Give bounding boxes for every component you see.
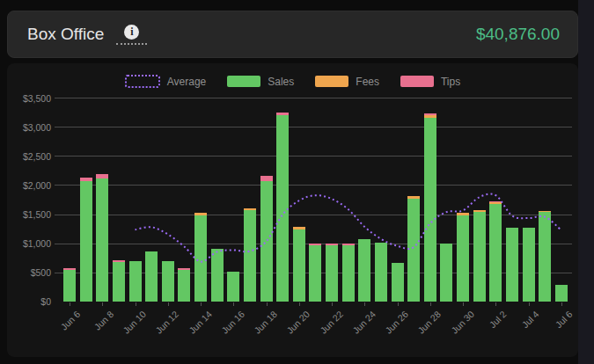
bar-segment-sales xyxy=(358,239,370,302)
y-axis-label: $0 xyxy=(11,296,51,307)
bar-jun-30[interactable] xyxy=(457,213,469,302)
page-title: Box Office xyxy=(27,25,104,44)
bar-jun-25[interactable] xyxy=(375,243,387,302)
bar-segment-sales xyxy=(523,228,535,302)
y-axis-label: $2,000 xyxy=(11,180,51,191)
bar-jun-18[interactable] xyxy=(260,176,273,302)
bar-segment-sales xyxy=(211,249,224,302)
bar-segment-sales xyxy=(407,199,420,302)
bar-jun-10[interactable] xyxy=(129,261,142,302)
x-axis-tick xyxy=(267,302,268,306)
page-right-gutter xyxy=(578,0,594,364)
bar-jun-6[interactable] xyxy=(63,268,76,302)
bar-jun-13[interactable] xyxy=(178,268,190,302)
x-axis-tick xyxy=(430,302,431,306)
bar-jun-20[interactable] xyxy=(293,227,305,302)
bar-jun-23[interactable] xyxy=(342,244,355,302)
bar-jun-21[interactable] xyxy=(309,244,321,302)
bar-segment-sales xyxy=(424,118,436,302)
bar-segment-sales xyxy=(129,261,142,302)
x-axis-tick xyxy=(529,302,530,306)
x-axis-label: Jun 12 xyxy=(153,309,180,336)
x-axis-label: Jun 8 xyxy=(92,309,115,332)
bar-segment-sales xyxy=(375,243,387,302)
x-axis-label: Jun 10 xyxy=(121,309,148,336)
bar-segment-sales xyxy=(326,245,338,302)
bar-segment-sales xyxy=(244,210,256,302)
x-axis-tick xyxy=(70,302,70,306)
x-axis-tick xyxy=(136,302,136,306)
bar-jun-15[interactable] xyxy=(211,249,224,302)
bar-segment-sales xyxy=(539,212,551,302)
bar-jul-6[interactable] xyxy=(555,285,568,302)
x-axis-tick xyxy=(561,302,562,306)
bar-jun-9[interactable] xyxy=(113,260,125,302)
bar-jun-27[interactable] xyxy=(407,196,420,302)
y-axis-label: $1,500 xyxy=(11,209,51,220)
bar-segment-sales xyxy=(489,204,502,302)
x-axis-label: Jun 24 xyxy=(350,309,378,336)
info-button[interactable]: i xyxy=(116,25,147,45)
bar-jul-4[interactable] xyxy=(523,228,535,302)
bar-segment-sales xyxy=(63,270,76,302)
chart-plot-area: $0$500$1,000$1,500$2,000$2,500$3,000$3,5… xyxy=(7,63,578,357)
y-axis-label: $2,500 xyxy=(11,151,51,162)
bar-segment-sales xyxy=(80,181,92,302)
x-axis-tick xyxy=(168,302,169,306)
x-axis-label: Jun 18 xyxy=(252,309,279,336)
bar-jun-17[interactable] xyxy=(244,208,256,302)
bar-jun-8[interactable] xyxy=(96,174,108,302)
bar-segment-sales xyxy=(473,212,486,302)
bar-jul-1[interactable] xyxy=(473,210,486,302)
x-axis-label: Jun 14 xyxy=(187,309,214,336)
x-axis-label: Jul 4 xyxy=(520,309,541,330)
bar-jun-7[interactable] xyxy=(80,178,92,302)
total-amount: $40,876.00 xyxy=(476,25,560,44)
gridline xyxy=(55,98,572,98)
bar-segment-sales xyxy=(392,263,404,302)
y-axis-label: $1,000 xyxy=(11,238,51,249)
bar-segment-sales xyxy=(96,178,108,302)
y-axis-label: $3,000 xyxy=(11,122,51,133)
bar-jun-19[interactable] xyxy=(276,113,289,302)
x-axis-tick xyxy=(364,302,365,306)
bar-segment-sales xyxy=(342,245,355,302)
bar-jun-24[interactable] xyxy=(358,239,370,302)
x-axis-label: Jun 6 xyxy=(59,309,83,332)
bar-segment-sales xyxy=(145,251,158,302)
x-axis-tick xyxy=(463,302,464,306)
bar-segment-sales xyxy=(440,244,452,302)
gridline xyxy=(55,127,572,127)
x-axis-label: Jun 16 xyxy=(219,309,246,336)
x-axis-tick xyxy=(233,302,234,306)
bar-segment-sales xyxy=(194,215,207,302)
bar-jun-11[interactable] xyxy=(145,251,158,302)
bar-segment-sales xyxy=(178,270,190,302)
bar-jun-12[interactable] xyxy=(162,261,174,302)
x-axis-tick xyxy=(398,302,399,306)
bar-segment-sales xyxy=(162,261,174,302)
bar-jun-14[interactable] xyxy=(194,213,207,302)
x-axis-tick xyxy=(332,302,333,306)
bar-segment-sales xyxy=(555,285,568,302)
x-axis-label: Jun 30 xyxy=(449,309,476,336)
bar-segment-sales xyxy=(309,245,321,302)
bar-jun-16[interactable] xyxy=(227,272,239,302)
gridline xyxy=(55,156,572,157)
bar-jun-26[interactable] xyxy=(392,263,404,302)
bar-jul-2[interactable] xyxy=(489,201,502,302)
bar-segment-sales xyxy=(457,215,469,302)
x-axis-tick xyxy=(495,302,496,306)
bar-jun-22[interactable] xyxy=(326,244,338,302)
bar-jun-29[interactable] xyxy=(440,244,452,302)
bar-segment-sales xyxy=(260,181,273,302)
bar-jun-28[interactable] xyxy=(424,113,436,302)
bar-segment-sales xyxy=(506,228,518,302)
box-office-header-card: Box Office i $40,876.00 xyxy=(7,11,578,58)
x-axis-label: Jun 26 xyxy=(383,309,410,336)
bar-jul-5[interactable] xyxy=(539,211,551,302)
bar-jul-3[interactable] xyxy=(506,228,518,302)
x-axis-tick xyxy=(299,302,300,306)
gridline xyxy=(55,185,572,186)
x-axis-label: Jun 20 xyxy=(285,309,312,336)
